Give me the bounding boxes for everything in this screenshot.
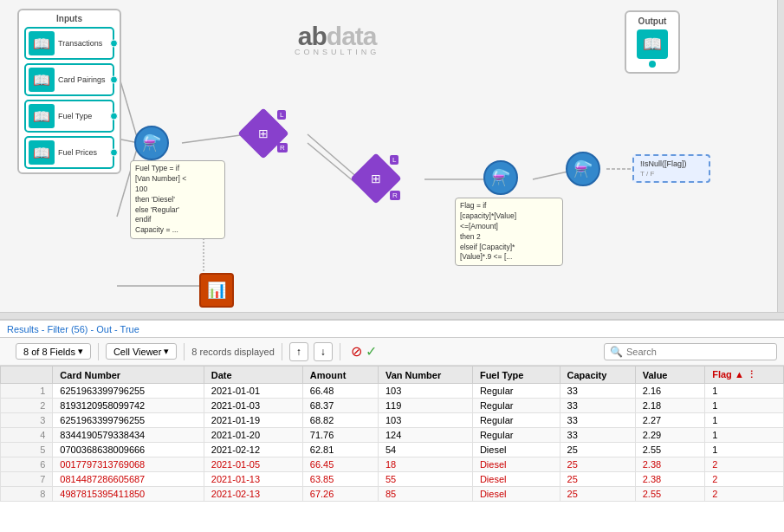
fields-label: 8 of 8 Fields bbox=[23, 347, 75, 357]
amount-cell: 67.26 bbox=[302, 487, 378, 502]
table-row: 600177973137690682021-01-0566.4518Diesel… bbox=[1, 457, 784, 472]
record-num-cell: 8 bbox=[1, 487, 53, 502]
join1-label-r: R bbox=[277, 143, 288, 152]
workflow-canvas: Inputs 📖 Transactions 📖 Card Pairings 📖 … bbox=[0, 0, 784, 321]
capacity-cell: 25 bbox=[560, 472, 635, 487]
value-cell: 2.38 bbox=[635, 457, 704, 472]
record-num-cell: 7 bbox=[1, 472, 53, 487]
value-cell: 2.38 bbox=[635, 472, 704, 487]
fuel-prices-join[interactable]: 📊 bbox=[199, 273, 234, 308]
value-cell: 2.55 bbox=[635, 487, 704, 502]
svg-line-4 bbox=[308, 134, 360, 179]
card-number-cell: 8344190579338434 bbox=[53, 428, 204, 443]
col-record bbox=[1, 367, 53, 384]
date-cell: 2021-01-03 bbox=[204, 399, 302, 413]
transactions-icon: 📖 bbox=[29, 31, 55, 55]
fuel-type-cell: Diesel bbox=[472, 443, 560, 457]
formula2-node[interactable]: ⚗️ bbox=[483, 160, 518, 195]
amount-cell: 68.82 bbox=[302, 413, 378, 428]
date-cell: 2021-01-01 bbox=[204, 384, 302, 399]
table-header-row: Card Number Date Amount Van Number Fuel … bbox=[1, 367, 784, 384]
van-number-cell: 119 bbox=[379, 399, 473, 413]
col-flag[interactable]: Flag ▲ ⋮ bbox=[705, 367, 784, 384]
fuel-type-cell: Regular bbox=[472, 384, 560, 399]
record-num-cell: 1 bbox=[1, 384, 53, 399]
data-table: Card Number Date Amount Van Number Fuel … bbox=[0, 366, 784, 502]
scroll-down-btn[interactable]: ↓ bbox=[314, 342, 333, 361]
fuel-type-cell: Regular bbox=[472, 399, 560, 413]
date-cell: 2021-02-13 bbox=[204, 487, 302, 502]
date-cell: 2021-01-13 bbox=[204, 472, 302, 487]
col-capacity[interactable]: Capacity bbox=[560, 367, 635, 384]
action-icons: ⊘ ✓ bbox=[351, 343, 377, 360]
flag-cell: 1 bbox=[705, 384, 784, 399]
check-icon[interactable]: ✓ bbox=[366, 343, 377, 360]
van-number-cell: 103 bbox=[379, 384, 473, 399]
card-pairings-node[interactable]: 📖 Card Pairings bbox=[24, 63, 114, 96]
van-number-cell: 85 bbox=[379, 487, 473, 502]
fuel-type-node[interactable]: 📖 Fuel Type bbox=[24, 100, 114, 133]
capacity-cell: 33 bbox=[560, 413, 635, 428]
capacity-cell: 33 bbox=[560, 428, 635, 443]
join1-icon: ⊞ bbox=[258, 127, 269, 140]
amount-cell: 62.81 bbox=[302, 443, 378, 457]
van-number-cell: 55 bbox=[379, 472, 473, 487]
card-pairings-output-port bbox=[110, 76, 118, 84]
fields-dropdown-btn[interactable]: 8 of 8 Fields ▾ bbox=[16, 343, 91, 360]
data-table-container[interactable]: Card Number Date Amount Van Number Fuel … bbox=[0, 366, 784, 532]
value-cell: 2.55 bbox=[635, 443, 704, 457]
table-row: 708144872866056872021-01-1363.8555Diesel… bbox=[1, 472, 784, 487]
flag-cell: 2 bbox=[705, 487, 784, 502]
amount-cell: 63.85 bbox=[302, 472, 378, 487]
value-cell: 2.27 bbox=[635, 413, 704, 428]
transactions-node[interactable]: 📖 Transactions bbox=[24, 27, 114, 60]
col-van-number[interactable]: Van Number bbox=[379, 367, 473, 384]
value-cell: 2.16 bbox=[635, 384, 704, 399]
col-value[interactable]: Value bbox=[635, 367, 704, 384]
card-number-cell: 6251963399796255 bbox=[53, 384, 204, 399]
fuel-type-output-port bbox=[110, 113, 118, 120]
fields-chevron: ▾ bbox=[78, 346, 83, 357]
isnull-box: !IsNull([Flag]) T / F bbox=[632, 154, 710, 183]
date-cell: 2021-01-20 bbox=[204, 428, 302, 443]
capacity-cell: 33 bbox=[560, 384, 635, 399]
canvas-scrollbar-v[interactable] bbox=[777, 0, 784, 312]
amount-cell: 68.37 bbox=[302, 399, 378, 413]
col-fuel-type[interactable]: Fuel Type bbox=[472, 367, 560, 384]
results-bar: Results - Filter (56) - Out - True bbox=[0, 321, 784, 338]
results-text: Results - Filter (56) - Out - True bbox=[7, 324, 139, 334]
inputs-label: Inputs bbox=[24, 14, 114, 23]
van-number-cell: 18 bbox=[379, 457, 473, 472]
card-number-cell: 8193120958099742 bbox=[53, 399, 204, 413]
fuel-type-cell: Regular bbox=[472, 428, 560, 443]
van-number-cell: 124 bbox=[379, 428, 473, 443]
record-num-cell: 5 bbox=[1, 443, 53, 457]
search-input[interactable] bbox=[626, 347, 765, 357]
flag-cell: 1 bbox=[705, 428, 784, 443]
output-group: Output 📖 bbox=[625, 10, 680, 74]
col-amount[interactable]: Amount bbox=[302, 367, 378, 384]
van-number-cell: 103 bbox=[379, 413, 473, 428]
scroll-up-btn[interactable]: ↑ bbox=[289, 342, 308, 361]
table-body: 162519633997962552021-01-0166.48103Regul… bbox=[1, 384, 784, 502]
output-dot bbox=[649, 61, 656, 68]
filter2-node[interactable]: ⚗️ bbox=[566, 152, 600, 186]
record-num-cell: 4 bbox=[1, 428, 53, 443]
col-card-number[interactable]: Card Number bbox=[53, 367, 204, 384]
table-row: 362519633997962552021-01-1968.82103Regul… bbox=[1, 413, 784, 428]
canvas-scrollbar[interactable] bbox=[0, 312, 784, 319]
card-number-cell: 4987815395411850 bbox=[53, 487, 204, 502]
block-icon[interactable]: ⊘ bbox=[351, 343, 362, 360]
col-date[interactable]: Date bbox=[204, 367, 302, 384]
card-pairings-icon: 📖 bbox=[29, 68, 55, 92]
cell-viewer-btn[interactable]: Cell Viewer ▾ bbox=[106, 343, 177, 360]
isnull-text: !IsNull([Flag]) bbox=[640, 159, 703, 168]
output-book-icon: 📖 bbox=[637, 29, 668, 59]
fuel-type-cell: Diesel bbox=[472, 472, 560, 487]
formula1-node[interactable]: ⚗️ bbox=[134, 126, 169, 160]
fuel-type-cell: Diesel bbox=[472, 457, 560, 472]
fuel-prices-node[interactable]: 📖 Fuel Prices bbox=[24, 136, 114, 169]
capacity-cell: 25 bbox=[560, 457, 635, 472]
search-box[interactable]: 🔍 bbox=[604, 343, 777, 360]
flag-cell: 1 bbox=[705, 413, 784, 428]
